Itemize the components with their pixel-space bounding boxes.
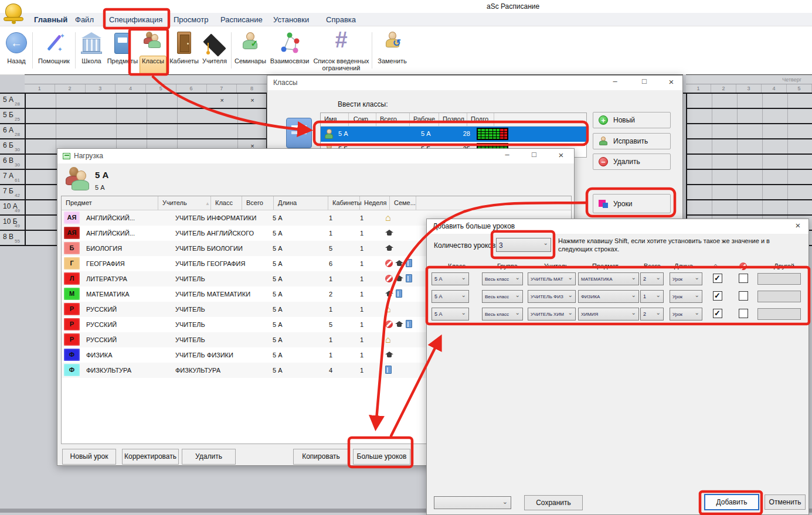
new-class-button[interactable]: + Новый <box>593 112 671 128</box>
seminars-button[interactable]: ✓ Семинары <box>233 30 267 64</box>
class-label-row[interactable]: 6 В 30 <box>0 155 25 170</box>
menu-help[interactable]: Справка <box>326 15 356 24</box>
wizard-button[interactable]: ✦✦ Помощник <box>35 30 73 64</box>
subjects-button[interactable]: Предметы <box>106 30 139 64</box>
length-dropdown[interactable]: Урок <box>670 308 702 320</box>
add-dialog-titlebar[interactable]: Добавить больше уроков × <box>427 219 808 234</box>
school-button[interactable]: Школа <box>77 30 106 64</box>
class-label-row[interactable]: 10 А 49 <box>0 200 25 216</box>
column-header[interactable]: Позвол... <box>439 113 467 126</box>
class-label-row[interactable]: 8 В 55 <box>0 231 25 246</box>
save-button[interactable]: Сохранить <box>524 495 583 510</box>
menu-main[interactable]: Главный <box>34 15 67 24</box>
more-lessons-button[interactable]: Больше уроков <box>353 449 410 465</box>
group-dropdown[interactable]: Весь класс <box>482 272 523 285</box>
column-header[interactable]: Кабинеты <box>328 196 360 210</box>
class-label-row[interactable]: 6 А 28 <box>0 124 25 139</box>
class-table-row[interactable]: 5 А 5 А 28 <box>321 127 586 142</box>
forbid-checkbox[interactable] <box>739 309 748 318</box>
homeroom-checkbox[interactable] <box>713 291 722 301</box>
rooms-cell <box>385 366 392 374</box>
class-label-row[interactable]: 10 Б 49 <box>0 216 25 231</box>
column-header[interactable]: Длина <box>274 196 328 210</box>
lessons-button[interactable]: Уроки <box>593 194 671 213</box>
rooms-cell: ⌂ <box>385 213 391 222</box>
subject-dropdown[interactable]: МАТЕМАТИКА <box>578 272 639 285</box>
group-dropdown[interactable]: Весь класс <box>482 308 523 320</box>
subject-dropdown[interactable]: ФИЗИКА <box>578 290 639 303</box>
other-field[interactable] <box>757 308 801 320</box>
length-dropdown[interactable]: Урок <box>670 290 702 303</box>
column-header[interactable]: Семе... <box>390 196 416 210</box>
group-dropdown[interactable]: Весь класс <box>482 290 523 303</box>
close-button[interactable]: × <box>662 77 680 88</box>
close-button[interactable]: × <box>552 150 570 162</box>
forbid-checkbox[interactable] <box>739 274 748 283</box>
forbid-checkbox[interactable] <box>739 291 748 301</box>
column-header[interactable]: Учитель <box>158 196 211 210</box>
cancel-button[interactable]: Отменить <box>765 494 806 510</box>
back-button[interactable]: ← Назад <box>4 30 29 64</box>
length-dropdown[interactable]: Урок <box>670 272 702 285</box>
minimize-button[interactable]: – <box>498 150 516 162</box>
load-dialog-titlebar[interactable]: Нагрузка – □ × <box>57 149 574 163</box>
close-button[interactable]: × <box>789 220 807 232</box>
template-dropdown[interactable] <box>434 496 511 509</box>
new-lesson-button[interactable]: Новый урок <box>62 449 116 465</box>
rooms-button[interactable]: Кабинеты <box>168 30 201 64</box>
menu-file[interactable]: Файл <box>75 15 94 24</box>
minimize-button[interactable]: – <box>606 77 624 88</box>
class-label-row[interactable]: 5 А 28 <box>0 94 25 109</box>
total-dropdown[interactable]: 2 <box>640 308 664 320</box>
copy-lesson-button[interactable]: Копировать <box>293 449 349 465</box>
relationships-button[interactable]: Взаимосвязи <box>269 30 311 64</box>
teacher-dropdown[interactable]: УЧИТЕЛЬ ФИЗ <box>528 290 576 303</box>
add-button[interactable]: Добавить <box>704 494 759 510</box>
delete-lesson-button[interactable]: Удалить <box>182 449 236 465</box>
other-field[interactable] <box>757 273 801 285</box>
class-dropdown[interactable]: 5 А <box>432 272 469 285</box>
lesson-count-dropdown[interactable]: 3 <box>496 238 551 252</box>
class-label-row[interactable]: 6 Б 30 <box>0 139 25 155</box>
class-dropdown[interactable]: 5 А <box>432 290 469 303</box>
column-header[interactable]: Сокр... <box>349 113 376 126</box>
menu-settings[interactable]: Установки <box>273 15 309 24</box>
class-label-row[interactable]: 7 А 61 <box>0 170 25 185</box>
classes-dialog-titlebar[interactable]: Классы – □ × <box>267 76 682 90</box>
column-header[interactable]: Класс <box>211 196 242 210</box>
column-header[interactable]: Подго... <box>467 113 494 126</box>
class-label-row[interactable]: 7 Б 42 <box>0 185 25 200</box>
subject-color-chip: Р <box>64 303 80 315</box>
total-dropdown[interactable]: 2 <box>640 272 664 285</box>
teacher-dropdown[interactable]: УЧИТЕЛЬ МАТ <box>528 272 576 285</box>
maximize-button[interactable]: □ <box>525 150 543 162</box>
teachers-button[interactable]: Учителя <box>201 30 229 64</box>
edit-class-button[interactable]: Исправить <box>593 133 671 149</box>
subject-dropdown[interactable]: ХИМИЯ <box>578 308 639 320</box>
column-header[interactable]: Имя <box>321 113 349 126</box>
column-header[interactable]: Неделя <box>360 196 390 210</box>
classes-button[interactable]: Классы <box>140 30 167 64</box>
maximize-button[interactable]: □ <box>636 77 653 88</box>
teacher-dropdown[interactable]: УЧИТЕЛЬ ХИМ <box>528 308 576 320</box>
other-field[interactable] <box>757 291 801 302</box>
column-header[interactable]: Рабоче... <box>410 113 439 126</box>
lessons-table-header[interactable]: ПредметУчительКлассВсегоДлинаКабинетыНед… <box>62 196 571 210</box>
menu-specification[interactable]: Спецификация <box>109 15 162 24</box>
classes-table-header[interactable]: ИмяСокр...ВсегоРабоче...Позвол...Подго..… <box>321 113 586 127</box>
delete-class-button[interactable]: − Удалить <box>593 154 671 170</box>
column-header[interactable]: Всего <box>242 196 274 210</box>
col-group: Группа <box>497 262 518 270</box>
total-dropdown[interactable]: 1 <box>640 290 664 303</box>
replace-button[interactable]: ↺ Заменить <box>375 30 409 64</box>
homeroom-checkbox[interactable] <box>713 274 722 283</box>
class-label-row[interactable]: 5 Б 25 <box>0 109 25 124</box>
homeroom-checkbox[interactable] <box>713 309 722 318</box>
column-header[interactable]: Всего <box>376 113 410 126</box>
class-dropdown[interactable]: 5 А <box>432 308 469 320</box>
constraints-list-button[interactable]: # Список введенных ограничений <box>312 30 371 71</box>
column-header[interactable]: Предмет <box>62 196 158 210</box>
edit-lesson-button[interactable]: Корректировать <box>122 449 179 465</box>
menu-timetable[interactable]: Расписание <box>220 15 263 24</box>
menu-view[interactable]: Просмотр <box>174 15 208 24</box>
